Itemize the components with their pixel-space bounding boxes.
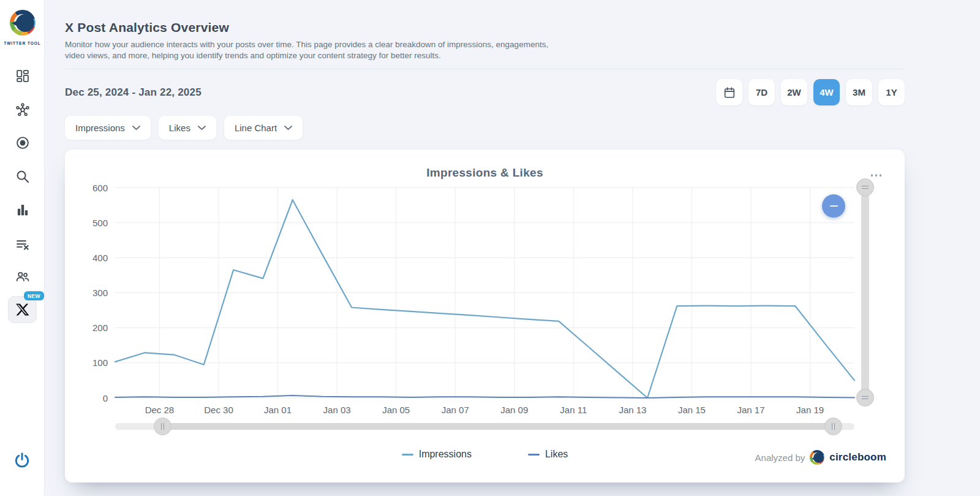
svg-text:Jan 15: Jan 15 (678, 405, 706, 415)
people-icon (15, 269, 31, 284)
metric-primary-dropdown[interactable]: Impressions (65, 116, 151, 140)
likes-line (115, 395, 854, 398)
date-scrollbar-selection[interactable] (162, 423, 833, 430)
x-logo-icon (14, 302, 31, 318)
page-subtitle: Monitor how your audience interacts with… (65, 39, 558, 61)
sidebar-item-target[interactable] (15, 135, 31, 151)
impressions-line (115, 200, 854, 398)
svg-text:Jan 09: Jan 09 (500, 405, 528, 415)
minus-icon (830, 205, 838, 207)
logo-caption: TWITTER TOOL (0, 41, 45, 45)
toolbar: Dec 25, 2024 - Jan 22, 2025 7D2W4W3M1Y (65, 79, 905, 105)
date-scrollbar-handle-left[interactable] (154, 418, 172, 435)
chevron-down-icon (284, 126, 292, 131)
svg-text:400: 400 (92, 253, 108, 263)
legend-item-impressions[interactable]: Impressions (402, 449, 472, 460)
svg-text:Jan 03: Jan 03 (323, 405, 351, 415)
svg-text:Dec 28: Dec 28 (145, 405, 175, 415)
playlist-remove-icon (15, 237, 31, 253)
sidebar-item-x-analytics[interactable]: NEW (8, 296, 37, 323)
likes-color-swatch (528, 454, 540, 456)
chevron-down-icon (198, 126, 206, 131)
header-divider (65, 69, 905, 69)
vertical-zoom-handle-top[interactable] (856, 178, 874, 196)
range-2w-button[interactable]: 2W (781, 79, 807, 105)
main-content: X Post Analytics Overview Monitor how yo… (45, 0, 980, 496)
brand-name: circleboom (829, 451, 886, 464)
sidebar-item-dashboard[interactable] (15, 68, 31, 84)
svg-text:Jan 11: Jan 11 (560, 405, 587, 415)
hub-icon (15, 102, 31, 118)
date-scrollbar-handle-right[interactable] (824, 418, 842, 435)
sidebar-item-search[interactable] (15, 169, 31, 185)
range-3m-button[interactable]: 3M (846, 79, 872, 105)
calendar-button[interactable] (716, 79, 742, 105)
svg-text:200: 200 (92, 322, 108, 333)
svg-text:Jan 07: Jan 07 (442, 405, 469, 415)
analyzed-by-text: Analyzed by (755, 452, 805, 463)
search-icon (15, 169, 31, 185)
range-1y-button[interactable]: 1Y (878, 79, 905, 105)
svg-text:Dec 30: Dec 30 (204, 405, 233, 415)
analyzed-by: Analyzed by circleboom (755, 450, 886, 465)
metric-secondary-label: Likes (169, 123, 190, 133)
circleboom-footer-logo-icon (810, 450, 824, 465)
circleboom-logo[interactable]: TWITTER TOOL (0, 10, 45, 45)
svg-text:100: 100 (92, 357, 108, 368)
chart-type-label: Line Chart (235, 123, 277, 133)
filter-row: Impressions Likes Line Chart (65, 116, 980, 140)
sidebar-item-list[interactable] (15, 237, 31, 253)
legend-label-impressions: Impressions (419, 449, 472, 460)
svg-text:Jan 19: Jan 19 (796, 405, 824, 415)
record-circle-icon (15, 135, 31, 151)
logout-button[interactable] (13, 451, 31, 470)
svg-text:Jan 17: Jan 17 (737, 405, 764, 415)
svg-text:0: 0 (103, 393, 108, 403)
svg-text:Jan 01: Jan 01 (264, 405, 292, 415)
sidebar-item-audience[interactable] (15, 269, 31, 284)
impressions-color-swatch (402, 454, 413, 456)
vertical-zoom-handle-bottom[interactable] (856, 389, 874, 406)
page-title: X Post Analytics Overview (65, 20, 980, 35)
sidebar-item-analytics[interactable] (15, 202, 31, 218)
svg-text:Jan 05: Jan 05 (382, 405, 410, 415)
range-buttons: 7D2W4W3M1Y (716, 79, 905, 105)
chart-type-dropdown[interactable]: Line Chart (224, 116, 303, 140)
date-range-label: Dec 25, 2024 - Jan 22, 2025 (65, 86, 202, 99)
metric-secondary-dropdown[interactable]: Likes (159, 116, 216, 140)
dashboard-icon (15, 68, 31, 84)
svg-text:300: 300 (92, 288, 108, 298)
legend-item-likes[interactable]: Likes (528, 449, 568, 460)
bar-chart-icon (15, 202, 31, 218)
svg-text:500: 500 (92, 218, 108, 228)
range-7d-button[interactable]: 7D (748, 79, 775, 105)
svg-text:Jan 13: Jan 13 (619, 405, 646, 415)
power-icon (13, 451, 31, 470)
chevron-down-icon (132, 126, 140, 131)
app-window: TWITTER TOOL (0, 0, 980, 496)
calendar-icon (723, 86, 736, 99)
metric-primary-label: Impressions (75, 123, 125, 133)
range-4w-button[interactable]: 4W (813, 79, 840, 105)
zoom-out-button[interactable] (822, 194, 845, 218)
circleboom-logo-icon (10, 10, 36, 36)
svg-text:600: 600 (92, 183, 108, 193)
chart-card: Impressions & Likes 0100200300400500600D… (65, 150, 905, 483)
sidebar: TWITTER TOOL (0, 0, 45, 496)
sidebar-item-network[interactable] (15, 102, 31, 118)
line-chart-plot: 0100200300400500600Dec 28Dec 30Jan 01Jan… (65, 150, 905, 438)
legend-label-likes: Likes (545, 449, 568, 460)
vertical-zoom-track[interactable] (861, 187, 869, 398)
new-badge: NEW (24, 291, 44, 300)
date-scrollbar-track[interactable] (115, 423, 854, 430)
